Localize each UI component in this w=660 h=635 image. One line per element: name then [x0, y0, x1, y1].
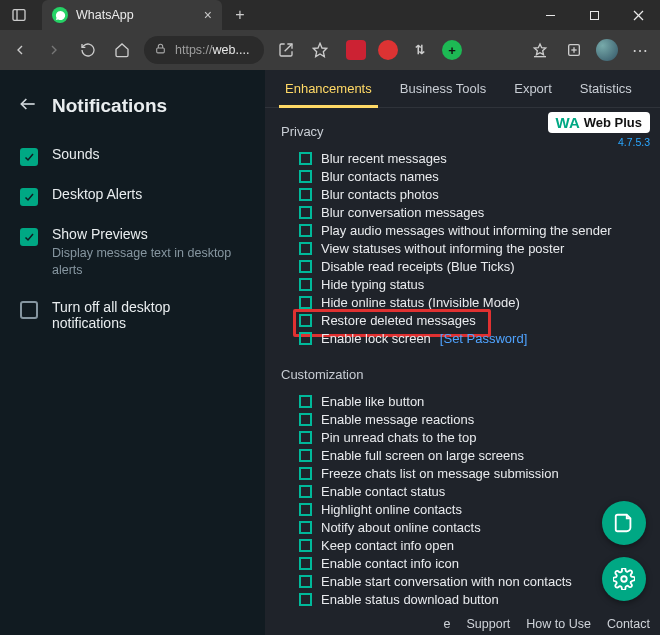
profile-avatar[interactable]	[596, 39, 618, 61]
setting-item[interactable]: Blur recent messages	[299, 149, 646, 167]
extension-tab[interactable]: Statistics	[566, 70, 646, 107]
setting-item[interactable]: Disable read receipts (Blue Ticks)	[299, 257, 646, 275]
setting-item[interactable]: Enable contact info icon	[299, 554, 646, 572]
setting-item[interactable]: Highlight online contacts	[299, 500, 646, 518]
checkbox[interactable]	[299, 485, 312, 498]
footer-link[interactable]: e	[444, 617, 451, 631]
checkbox[interactable]	[299, 431, 312, 444]
checkbox[interactable]	[299, 206, 312, 219]
setting-item[interactable]: Blur contacts names	[299, 167, 646, 185]
checkbox[interactable]	[299, 242, 312, 255]
setting-item[interactable]: Enable contact status	[299, 482, 646, 500]
browser-tab[interactable]: WhatsApp ×	[42, 0, 222, 30]
back-button[interactable]	[8, 38, 32, 62]
checkbox[interactable]	[299, 521, 312, 534]
extension-icon-1[interactable]	[346, 40, 366, 60]
panel-title: Notifications	[52, 95, 167, 117]
setting-item[interactable]: Enable status download button	[299, 590, 646, 608]
new-tab-button[interactable]: +	[226, 1, 254, 29]
checkbox[interactable]	[299, 539, 312, 552]
checkbox[interactable]	[299, 449, 312, 462]
back-arrow-icon[interactable]	[18, 94, 38, 118]
forward-button[interactable]	[42, 38, 66, 62]
setting-item[interactable]: Freeze chats list on message submission	[299, 464, 646, 482]
address-bar[interactable]: https://web....	[144, 36, 264, 64]
checkbox[interactable]	[299, 278, 312, 291]
setting-label: Disable read receipts (Blue Ticks)	[321, 259, 515, 274]
extension-tab[interactable]: Business Tools	[386, 70, 500, 107]
open-external-icon[interactable]	[274, 38, 298, 62]
checkbox[interactable]	[299, 224, 312, 237]
checkbox[interactable]	[299, 395, 312, 408]
setting-item[interactable]: Blur conversation messages	[299, 203, 646, 221]
svg-marker-7	[313, 43, 326, 56]
checkbox[interactable]	[299, 413, 312, 426]
favorites-bar-icon[interactable]	[528, 38, 552, 62]
notification-option[interactable]: Desktop Alerts	[0, 176, 265, 216]
checkbox[interactable]	[299, 575, 312, 588]
checkbox[interactable]	[299, 188, 312, 201]
notification-option[interactable]: Sounds	[0, 136, 265, 176]
extension-icon-4[interactable]: +	[442, 40, 462, 60]
option-label: Sounds	[52, 146, 99, 162]
setting-item[interactable]: View statuses without informing the post…	[299, 239, 646, 257]
checkbox[interactable]	[299, 593, 312, 606]
collections-icon[interactable]	[562, 38, 586, 62]
setting-item[interactable]: Keep contact info open	[299, 536, 646, 554]
footer-link[interactable]: Contact	[607, 617, 650, 631]
setting-item[interactable]: Pin unread chats to the top	[299, 428, 646, 446]
checkbox[interactable]	[299, 170, 312, 183]
checkbox[interactable]	[20, 148, 38, 166]
notification-option[interactable]: Show PreviewsDisplay message text in des…	[0, 216, 265, 289]
svg-rect-0	[13, 10, 25, 21]
maximize-button[interactable]	[572, 0, 616, 30]
setting-item[interactable]: Hide online status (Invisible Mode)	[299, 293, 646, 311]
setting-item[interactable]: Enable lock screen [Set Password]	[299, 329, 646, 347]
svg-point-14	[621, 576, 627, 582]
setting-item[interactable]: Enable full screen on large screens	[299, 446, 646, 464]
favorite-icon[interactable]	[308, 38, 332, 62]
extension-tab[interactable]: Export	[500, 70, 566, 107]
checkbox[interactable]	[20, 228, 38, 246]
tab-actions-icon[interactable]	[8, 4, 30, 26]
settings-fab[interactable]	[602, 557, 646, 601]
close-window-button[interactable]	[616, 0, 660, 30]
checkbox[interactable]	[299, 332, 312, 345]
checkbox[interactable]	[299, 152, 312, 165]
checkbox[interactable]	[299, 503, 312, 516]
webplus-logo[interactable]: WAWeb Plus	[548, 112, 650, 133]
checkbox[interactable]	[299, 611, 312, 612]
checkbox[interactable]	[299, 314, 312, 327]
setting-item[interactable]: Enable start conversation with non conta…	[299, 572, 646, 590]
setting-label: Pin unread chats to the top	[321, 430, 476, 445]
set-password-link[interactable]: [Set Password]	[440, 331, 527, 346]
setting-item[interactable]: Hide typing status	[299, 275, 646, 293]
home-button[interactable]	[110, 38, 134, 62]
close-tab-icon[interactable]: ×	[204, 7, 212, 23]
checkbox[interactable]	[20, 301, 38, 319]
checkbox[interactable]	[20, 188, 38, 206]
footer-link[interactable]: Support	[467, 617, 511, 631]
more-menu-icon[interactable]: ⋯	[628, 38, 652, 62]
notification-option[interactable]: Turn off all desktop notifications	[0, 289, 265, 341]
checkbox[interactable]	[299, 557, 312, 570]
sticker-fab[interactable]	[602, 501, 646, 545]
setting-item[interactable]: Pin unlimited chats (Web Only)	[299, 608, 646, 611]
checkbox[interactable]	[299, 467, 312, 480]
extension-icon-3[interactable]: ⇅	[410, 40, 430, 60]
extension-tab[interactable]: Enhancements	[271, 70, 386, 107]
checkbox[interactable]	[299, 260, 312, 273]
setting-label: Hide typing status	[321, 277, 424, 292]
setting-item[interactable]: Enable like button	[299, 392, 646, 410]
setting-item[interactable]: Blur contacts photos	[299, 185, 646, 203]
setting-label: Hide online status (Invisible Mode)	[321, 295, 520, 310]
minimize-button[interactable]	[528, 0, 572, 30]
setting-item[interactable]: Enable message reactions	[299, 410, 646, 428]
extension-icon-2[interactable]	[378, 40, 398, 60]
setting-item[interactable]: Notify about online contacts	[299, 518, 646, 536]
checkbox[interactable]	[299, 296, 312, 309]
setting-item[interactable]: Play audio messages without informing th…	[299, 221, 646, 239]
setting-item[interactable]: Restore deleted messages	[299, 311, 646, 329]
footer-link[interactable]: How to Use	[526, 617, 591, 631]
refresh-button[interactable]	[76, 38, 100, 62]
